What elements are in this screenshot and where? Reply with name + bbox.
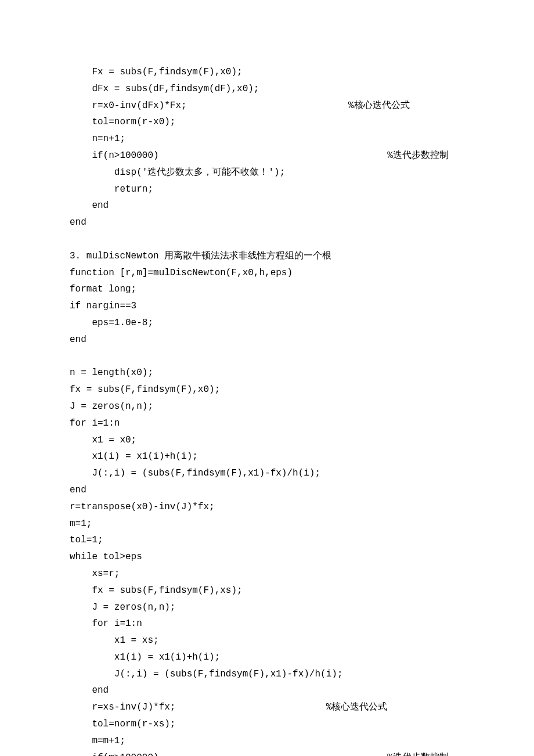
code-line: 3. mulDiscNewton 用离散牛顿法法求非线性方程组的一个根 — [70, 248, 470, 265]
code-line: if(n>100000) %迭代步数控制 — [70, 147, 470, 164]
code-line: for i=1:n — [70, 615, 470, 632]
code-line: r=xs-inv(J)*fx; %核心迭代公式 — [70, 699, 470, 716]
code-line: J(:,i) = (subs(F,findsym(F),x1)-fx)/h(i)… — [70, 666, 470, 683]
code-line: dFx = subs(dF,findsym(dF),x0); — [70, 81, 470, 98]
code-line: r=x0-inv(dFx)*Fx; %核心迭代公式 — [70, 98, 470, 114]
code-line: return; — [70, 181, 470, 198]
code-line: while tol>eps — [70, 549, 470, 566]
code-line: tol=norm(r-x0); — [70, 114, 470, 131]
document-page: Fx = subs(F,findsym(F),x0);dFx = subs(dF… — [0, 0, 534, 756]
code-line: end — [70, 214, 470, 231]
blank-line — [70, 348, 470, 365]
code-line: fx = subs(F,findsym(F),x0); — [70, 381, 470, 398]
code-line: x1 = x0; — [70, 432, 470, 449]
code-line: for i=1:n — [70, 415, 470, 432]
code-line: end — [70, 482, 470, 499]
code-line: eps=1.0e-8; — [70, 315, 470, 332]
code-line: end — [70, 197, 470, 214]
code-line: if(m>100000) %迭代步数控制 — [70, 750, 470, 756]
code-line: J(:,i) = (subs(F,findsym(F),x1)-fx)/h(i)… — [70, 465, 470, 482]
code-line: end — [70, 682, 470, 699]
code-line: tol=1; — [70, 532, 470, 549]
blank-line — [70, 231, 470, 248]
code-line: n = length(x0); — [70, 365, 470, 381]
code-line: Fx = subs(F,findsym(F),x0); — [70, 64, 470, 81]
code-line: m=1; — [70, 516, 470, 532]
code-line: x1(i) = x1(i)+h(i); — [70, 649, 470, 666]
code-line: x1 = xs; — [70, 632, 470, 649]
code-line: function [r,m]=mulDiscNewton(F,x0,h,eps) — [70, 265, 470, 282]
code-line: disp('迭代步数太多，可能不收敛！'); — [70, 164, 470, 181]
code-line: xs=r; — [70, 566, 470, 582]
code-line: x1(i) = x1(i)+h(i); — [70, 448, 470, 465]
code-line: m=m+1; — [70, 733, 470, 750]
code-line: end — [70, 332, 470, 348]
code-line: fx = subs(F,findsym(F),xs); — [70, 582, 470, 599]
code-line: format long; — [70, 281, 470, 298]
code-line: J = zeros(n,n); — [70, 599, 470, 616]
code-line: tol=norm(r-xs); — [70, 716, 470, 733]
code-line: J = zeros(n,n); — [70, 398, 470, 415]
code-line: if nargin==3 — [70, 298, 470, 315]
code-line: r=transpose(x0)-inv(J)*fx; — [70, 499, 470, 516]
code-line: n=n+1; — [70, 131, 470, 147]
